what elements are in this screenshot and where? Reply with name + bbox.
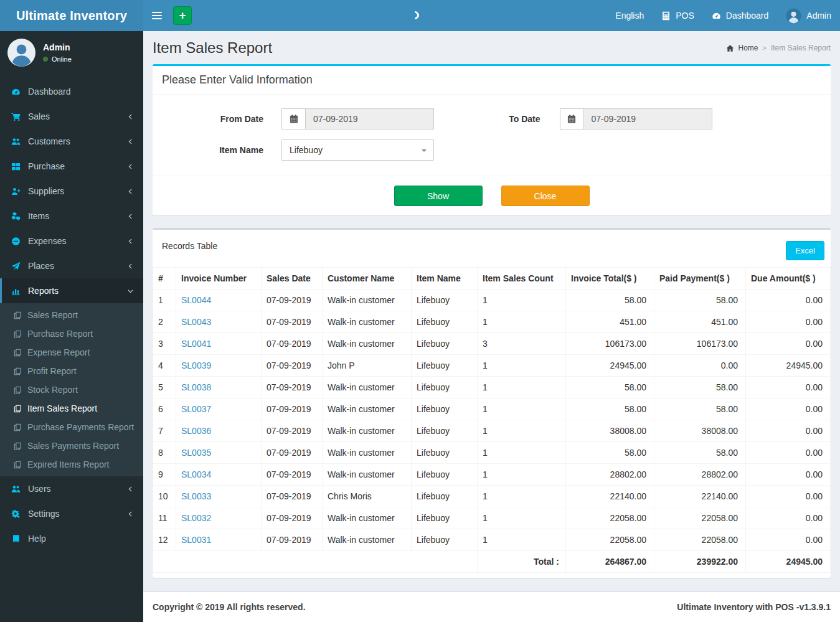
item-name-select[interactable]: Lifebuoy [281,139,434,161]
show-button[interactable]: Show [394,186,483,206]
total-label: Total : [478,551,566,573]
invoice-link[interactable]: SL0043 [181,317,211,327]
total-row-spacer [153,551,478,573]
sidebar-item-reports[interactable]: Reports [0,278,143,303]
cell-invoice: SL0039 [176,355,262,377]
cell-customer: Walk-in customer [323,311,412,333]
sidebar-subitem-profit-report[interactable]: Profit Report [0,362,143,380]
cell-item: Lifebuoy [412,290,478,311]
column-header-customer-name: Customer Name [323,268,412,290]
invoice-link[interactable]: SL0037 [181,404,211,414]
invoice-link[interactable]: SL0044 [181,295,211,305]
bar-chart-icon [11,286,28,296]
cell-invoice: SL0033 [176,486,262,507]
table-row: 5SL003807-09-2019Walk-in customerLifebuo… [153,377,831,398]
table-row: 1SL004407-09-2019Walk-in customerLifebuo… [153,290,831,311]
sidebar-item-label: Suppliers [28,186,64,196]
column-header-paid-payment: Paid Payment($ ) [654,268,746,290]
sidebar-subitem-purchase-report[interactable]: Purchase Report [0,324,143,343]
sidebar-subitem-label: Sales Payments Report [27,441,119,451]
add-button[interactable]: + [173,6,192,25]
sidebar-item-help[interactable]: Help [0,526,143,551]
cell-total: 38008.00 [566,420,654,442]
sidebar-subitem-sales-payments-report[interactable]: Sales Payments Report [0,436,143,455]
sidebar-item-users[interactable]: Users [0,476,143,501]
navbar-item-english[interactable]: English [606,0,653,31]
invoice-link[interactable]: SL0038 [181,382,211,392]
cell-date: 07-09-2019 [262,507,323,529]
invoice-link[interactable]: SL0035 [181,448,211,458]
invoice-link[interactable]: SL0036 [181,426,211,436]
breadcrumb-home[interactable]: Home [739,44,758,52]
cell-date: 07-09-2019 [262,442,323,464]
cell-date: 07-09-2019 [262,529,323,551]
sidebar-subitem-purchase-payments-report[interactable]: Purchase Payments Report [0,418,143,436]
filter-form: From Date To Date Item Name [153,95,831,176]
invoice-link[interactable]: SL0041 [181,339,211,349]
cell-date: 07-09-2019 [262,355,323,377]
sidebar: Admin Online DashboardSalesCustomersPurc… [0,31,143,622]
navbar-item-dashboard[interactable]: Dashboard [703,0,778,31]
cell-invoice: SL0032 [176,507,262,529]
sidebar-subitem-expense-report[interactable]: Expense Report [0,343,143,362]
cell-date: 07-09-2019 [262,420,323,442]
sidebar-item-sales[interactable]: Sales [0,104,143,129]
sidebar-subitem-sales-report[interactable]: Sales Report [0,306,143,324]
records-panel-title: Records Table [162,241,217,251]
sidebar-item-dashboard[interactable]: Dashboard [0,79,143,104]
invoice-link[interactable]: SL0033 [181,491,211,501]
sidebar-item-label: Settings [28,509,60,519]
sidebar-toggle-icon[interactable] [143,0,171,31]
cell-paid: 58.00 [654,442,746,464]
invoice-link[interactable]: SL0032 [181,513,211,523]
sidebar-item-customers[interactable]: Customers [0,129,143,154]
excel-export-button[interactable]: Excel [786,241,824,260]
cell-invoice: SL0043 [176,311,262,333]
top-header: Ultimate Inventory + EnglishPOSDashboard… [0,0,840,31]
sidebar-subitem-stock-report[interactable]: Stock Report [0,380,143,399]
cell-item: Lifebuoy [412,311,478,333]
to-date-input[interactable] [583,108,712,130]
sidebar-subitem-label: Expense Report [27,347,90,357]
reports-submenu: Sales ReportPurchase ReportExpense Repor… [0,303,143,476]
cell-due: 0.00 [746,442,831,464]
cell-due: 0.00 [746,464,831,486]
sidebar-item-settings[interactable]: Settings [0,501,143,526]
cell-num: 10 [153,486,176,507]
sidebar-subitem-expired-items-report[interactable]: Expired Items Report [0,455,143,474]
sidebar-item-suppliers[interactable]: Suppliers [0,179,143,204]
invoice-link[interactable]: SL0034 [181,469,211,479]
from-date-input[interactable] [305,108,434,130]
sidebar-item-items[interactable]: Items [0,204,143,229]
cell-count: 1 [478,398,566,420]
close-button[interactable]: Close [501,186,590,206]
invoice-link[interactable]: SL0031 [181,535,211,545]
dashboard-icon [712,11,721,21]
chevron-left-icon [127,138,134,145]
navbar-item-admin[interactable]: Admin [777,0,840,31]
cell-paid: 58.00 [654,377,746,398]
app-logo[interactable]: Ultimate Inventory [0,0,143,31]
sidebar-item-places[interactable]: Places [0,253,143,278]
sidebar-item-expenses[interactable]: Expenses [0,229,143,253]
navbar-item-pos[interactable]: POS [653,0,703,31]
cell-count: 1 [478,529,566,551]
item-name-selected-value: Lifebuoy [290,145,323,155]
cell-item: Lifebuoy [412,355,478,377]
content-wrapper: Item Sales Report Home > Item Sales Repo… [143,31,840,622]
user-status: Online [43,55,72,63]
sidebar-subitem-label: Sales Report [27,310,78,320]
sidebar-item-purchase[interactable]: Purchase [0,154,143,179]
from-date-label: From Date [162,114,263,124]
total-due-amount: 24945.00 [746,551,831,573]
table-row: 6SL003707-09-2019Walk-in customerLifebuo… [153,398,831,420]
sidebar-subitem-item-sales-report[interactable]: Item Sales Report [0,399,143,418]
cell-due: 0.00 [746,420,831,442]
cell-due: 0.00 [746,377,831,398]
cell-paid: 58.00 [654,398,746,420]
sidebar-item-label: Users [28,484,51,494]
filter-panel: Please Enter Valid Information From Date… [153,64,831,215]
invoice-link[interactable]: SL0039 [181,360,211,370]
sidebar-menu: DashboardSalesCustomersPurchaseSuppliers… [0,79,143,551]
cell-customer: Walk-in customer [323,377,412,398]
